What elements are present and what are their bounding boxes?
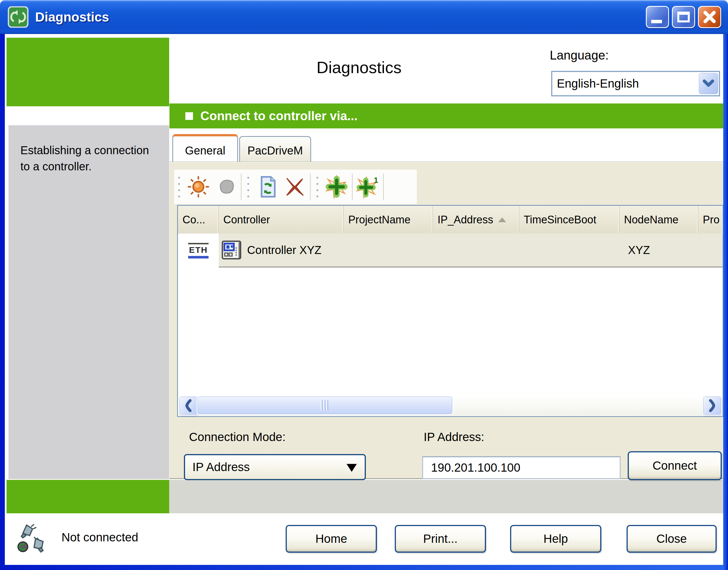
tab-pacdrivem[interactable]: PacDriveM	[239, 136, 311, 162]
banner-bullet-icon	[185, 112, 193, 120]
refresh-controller-list-button[interactable]	[254, 172, 281, 202]
ip-address-label: IP Address:	[424, 430, 484, 444]
bottom-gray-strip	[169, 480, 723, 513]
window-frame: Establishing a connection to a controlle…	[0, 34, 728, 570]
home-button[interactable]: Home	[286, 525, 377, 553]
toolbar-grip-handle	[247, 175, 249, 199]
eth-connection-icon: ETH	[188, 243, 209, 259]
sidebar-green-block-top	[7, 38, 169, 106]
close-button[interactable]	[698, 6, 721, 28]
dropdown-caret-icon	[347, 464, 357, 472]
green-star-add-icon	[325, 175, 349, 199]
add-controller-numbered-button[interactable]: 1	[354, 172, 381, 202]
maximize-button[interactable]	[672, 6, 695, 28]
svg-text:1: 1	[374, 176, 378, 185]
delete-entry-button[interactable]	[281, 172, 308, 202]
disconnected-plug-icon	[16, 522, 49, 555]
close-icon	[702, 10, 717, 24]
connection-mode-value: IP Address	[193, 460, 250, 474]
chevron-left-icon	[183, 399, 194, 412]
page-title: Diagnostics	[260, 58, 458, 77]
controller-table-row[interactable]: ETH	[178, 234, 723, 268]
status-text: Not connected	[61, 531, 138, 544]
column-header-co[interactable]: Co...	[178, 206, 219, 234]
window-title: Diagnostics	[35, 9, 646, 25]
toolbar-grip-handle	[178, 175, 180, 199]
ip-address-input[interactable]	[422, 456, 621, 479]
help-button[interactable]: Help	[510, 525, 601, 553]
red-x-icon	[283, 175, 307, 199]
controller-device-icon	[221, 239, 243, 261]
scan-burst-icon	[187, 175, 210, 199]
scrollbar-thumb[interactable]	[197, 396, 453, 415]
add-controller-button[interactable]	[323, 172, 350, 202]
chevron-down-icon	[702, 78, 715, 89]
column-header-pro[interactable]: Pro	[698, 206, 723, 234]
app-logo-icon	[7, 6, 29, 28]
toolbar-separator	[383, 174, 384, 200]
cell-connection-type: ETH	[178, 234, 219, 268]
green-star-numbered-icon: 1	[356, 175, 380, 199]
connection-mode-label: Connection Mode:	[189, 430, 286, 444]
toolbar-separator	[352, 174, 353, 200]
sort-ascending-icon	[498, 217, 506, 222]
table-header-row: Co... Controller ProjectName IP_Address	[178, 206, 723, 234]
print-button[interactable]: Print...	[395, 525, 486, 553]
sidebar-help-panel: Establishing a connection to a controlle…	[8, 125, 169, 479]
horizontal-scrollbar[interactable]	[178, 396, 722, 415]
language-select[interactable]: English-English	[551, 71, 720, 96]
connection-mode-select[interactable]: IP Address	[184, 454, 366, 480]
column-header-nodename[interactable]: NodeName	[620, 206, 698, 234]
scroll-left-button[interactable]	[178, 396, 199, 415]
close-dialog-button[interactable]: Close	[627, 525, 717, 553]
toolbar-separator	[241, 174, 242, 200]
language-label: Language:	[550, 48, 609, 62]
controller-table: Co... Controller ProjectName IP_Address	[177, 205, 723, 417]
cell-controller-name: Controller XYZ	[247, 244, 321, 257]
minimize-button[interactable]	[646, 6, 669, 28]
language-selected-value: English-English	[552, 77, 699, 90]
column-header-controller[interactable]: Controller	[219, 206, 344, 234]
tab-general[interactable]: General	[172, 134, 238, 162]
scan-alternate-button-disabled[interactable]	[212, 172, 239, 202]
column-header-projectname[interactable]: ProjectName	[344, 206, 433, 234]
sidebar-description: Establishing a connection to a controlle…	[20, 144, 149, 173]
column-header-ipaddress[interactable]: IP_Address	[433, 206, 519, 234]
cell-nodename: XYZ	[620, 244, 698, 257]
window-controls	[646, 6, 721, 28]
connect-button[interactable]: Connect	[628, 451, 722, 480]
language-dropdown-button[interactable]	[699, 73, 718, 94]
window-titlebar: Diagnostics	[0, 0, 728, 34]
tab-pacdrivem-label: PacDriveM	[247, 144, 303, 157]
controller-toolbar: 1	[174, 169, 417, 204]
minimize-icon	[651, 20, 662, 23]
cell-controller: Controller XYZ	[219, 239, 344, 261]
disabled-scan-icon	[214, 176, 237, 198]
maximize-icon	[677, 12, 690, 22]
column-header-timesinceboot[interactable]: TimeSinceBoot	[519, 206, 620, 234]
refresh-document-icon	[256, 175, 279, 199]
toolbar-separator	[310, 174, 311, 200]
section-banner: Connect to controller via...	[169, 103, 723, 128]
banner-title: Connect to controller via...	[200, 109, 358, 123]
scan-network-button[interactable]	[185, 172, 212, 202]
sidebar-green-block-bottom	[7, 480, 169, 513]
toolbar-grip-handle	[316, 175, 319, 199]
row-selection-band: Controller XYZ XYZ	[219, 234, 723, 268]
window-content: Establishing a connection to a controlle…	[5, 34, 723, 565]
tab-general-label: General	[185, 144, 225, 157]
diagnostics-window: Diagnostics Establishing a connection to…	[0, 0, 728, 570]
scroll-right-button[interactable]	[702, 396, 722, 415]
chevron-right-icon	[706, 399, 718, 412]
